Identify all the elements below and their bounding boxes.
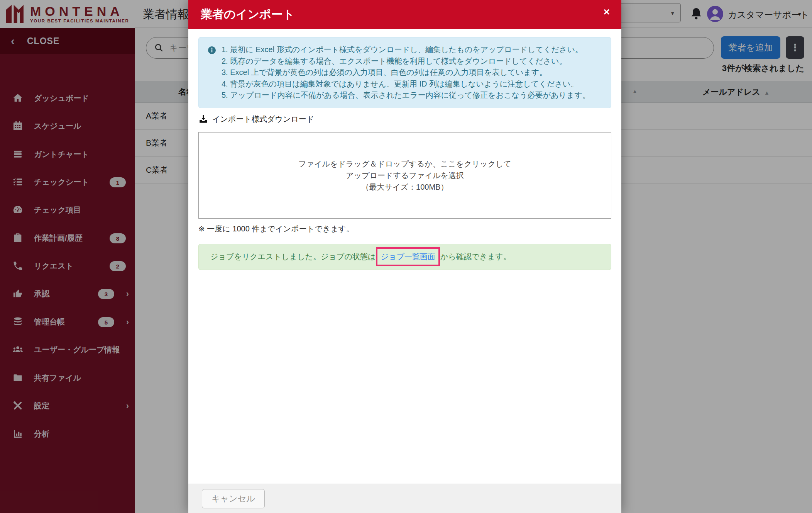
success-alert: ジョブをリクエストしました。ジョブの状態はジョブ一覧画面から確認できます。 xyxy=(198,244,611,270)
import-limit-note: ※ 一度に 1000 件までインポートできます。 xyxy=(198,224,611,234)
file-dropzone[interactable]: ファイルをドラッグ＆ドロップするか、ここをクリックして アップロードするファイル… xyxy=(198,132,611,219)
annotation-highlight-box: ジョブ一覧画面 xyxy=(376,247,440,266)
success-text-before: ジョブをリクエストしました。ジョブの状態は xyxy=(210,251,376,262)
cancel-button[interactable]: キャンセル xyxy=(202,489,265,508)
modal-title: 業者のインポート xyxy=(201,7,295,22)
close-icon[interactable]: × xyxy=(604,6,610,18)
modal-footer: キャンセル xyxy=(188,484,621,513)
info-line: 1. 最初に Excel 形式のインポート様式をダウンロードし、編集したものをア… xyxy=(222,44,590,56)
info-line: 5. アップロード内容に不備がある場合、表示されたエラー内容に従って修正をおこな… xyxy=(222,90,590,101)
download-icon xyxy=(198,114,208,124)
import-modal: 業者のインポート × 1. 最初に Excel 形式のインポート様式をダウンロー… xyxy=(188,0,621,513)
download-template-link[interactable]: インポート様式ダウンロード xyxy=(198,114,314,124)
success-text-after: から確認できます。 xyxy=(440,251,511,262)
modal-header: 業者のインポート × xyxy=(188,0,621,29)
app-window: MONTENA YOUR BEST FACILITIES MAINTAINER … xyxy=(0,0,812,513)
info-alert: 1. 最初に Excel 形式のインポート様式をダウンロードし、編集したものをア… xyxy=(198,37,611,108)
info-line: 3. Excel 上で背景が黄色の列は必須の入力項目、白色の列は任意の入力項目を… xyxy=(222,67,590,78)
job-list-link[interactable]: ジョブ一覧画面 xyxy=(381,251,435,262)
info-icon xyxy=(207,46,217,55)
info-line: 2. 既存のデータを編集する場合、エクスポート機能を利用して様式をダウンロードし… xyxy=(222,56,590,67)
info-line: 4. 背景が灰色の項目は編集対象ではありません。更新用 ID 列は編集しないよう… xyxy=(222,78,590,90)
modal-body: 1. 最初に Excel 形式のインポート様式をダウンロードし、編集したものをア… xyxy=(188,29,621,484)
